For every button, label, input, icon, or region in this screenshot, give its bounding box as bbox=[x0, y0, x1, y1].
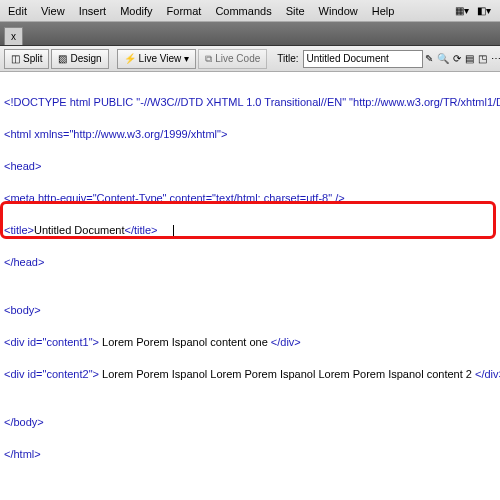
menu-edit[interactable]: Edit bbox=[8, 5, 27, 17]
code-l4b: "Content-Type" bbox=[93, 192, 167, 204]
liveview-button[interactable]: ⚡ Live View ▾ bbox=[117, 49, 197, 69]
clipboard-icon[interactable]: ▤ bbox=[464, 49, 475, 69]
chevron-down-icon: ▾ bbox=[184, 53, 189, 64]
code-editor[interactable]: <!DOCTYPE html PUBLIC "-//W3C//DTD XHTML… bbox=[0, 72, 500, 500]
design-label: Design bbox=[70, 53, 101, 64]
menu-help[interactable]: Help bbox=[372, 5, 395, 17]
title-input[interactable] bbox=[303, 50, 423, 68]
code-l9a: <div id= bbox=[4, 336, 43, 348]
refresh-icon[interactable]: ⟳ bbox=[452, 49, 462, 69]
code-l9d: Lorem Porem Ispanol content one bbox=[99, 336, 271, 348]
design-icon: ▧ bbox=[58, 53, 67, 64]
document-tab[interactable]: x bbox=[4, 27, 23, 45]
code-l12: </body> bbox=[4, 416, 44, 428]
code-l2a: <html xmlns= bbox=[4, 128, 69, 140]
workspace-icon[interactable]: ◧▾ bbox=[476, 3, 492, 19]
liveview-label: Live View bbox=[139, 53, 182, 64]
code-l5a: <title> bbox=[4, 224, 34, 236]
text-cursor bbox=[173, 225, 174, 238]
livecode-icon: ⧉ bbox=[205, 53, 212, 65]
code-l10e: </div> bbox=[475, 368, 500, 380]
code-l9e: </div> bbox=[271, 336, 301, 348]
code-l8: <body> bbox=[4, 304, 41, 316]
layout-icon[interactable]: ▦▾ bbox=[454, 3, 470, 19]
menubar-icons: ▦▾ ◧▾ bbox=[454, 3, 492, 19]
code-l4c: content= bbox=[167, 192, 213, 204]
code-l4d: "text/html; charset=utf-8" bbox=[212, 192, 332, 204]
menu-window[interactable]: Window bbox=[319, 5, 358, 17]
menu-insert[interactable]: Insert bbox=[79, 5, 107, 17]
liveview-icon: ⚡ bbox=[124, 53, 136, 64]
menu-commands[interactable]: Commands bbox=[215, 5, 271, 17]
code-l5c: </title> bbox=[124, 224, 157, 236]
code-l2c: > bbox=[221, 128, 227, 140]
menubar: Edit View Insert Modify Format Commands … bbox=[0, 0, 500, 22]
split-icon: ◫ bbox=[11, 53, 20, 64]
code-l10b: "content2" bbox=[43, 368, 93, 380]
menu-view[interactable]: View bbox=[41, 5, 65, 17]
code-l6: </head> bbox=[4, 256, 44, 268]
code-l10d: Lorem Porem Ispanol Lorem Porem Ispanol … bbox=[99, 368, 475, 380]
browse-icon[interactable]: ◳ bbox=[477, 49, 488, 69]
design-button[interactable]: ▧ Design bbox=[51, 49, 108, 69]
code-l13: </html> bbox=[4, 448, 41, 460]
code-l3: <head> bbox=[4, 160, 41, 172]
check-icon[interactable]: ⋯ bbox=[490, 49, 500, 69]
title-label: Title: bbox=[277, 53, 298, 64]
livecode-button[interactable]: ⧉ Live Code bbox=[198, 49, 267, 69]
split-label: Split bbox=[23, 53, 42, 64]
menu-site[interactable]: Site bbox=[286, 5, 305, 17]
code-l4e: /> bbox=[332, 192, 345, 204]
split-button[interactable]: ◫ Split bbox=[4, 49, 49, 69]
livecode-label: Live Code bbox=[215, 53, 260, 64]
code-l10a: <div id= bbox=[4, 368, 43, 380]
code-l5b: Untitled Document bbox=[34, 224, 125, 236]
code-l9b: "content1" bbox=[43, 336, 93, 348]
code-l4a: <meta http-equiv= bbox=[4, 192, 93, 204]
tab-label: x bbox=[11, 31, 16, 42]
menu-modify[interactable]: Modify bbox=[120, 5, 152, 17]
document-toolbar: ◫ Split ▧ Design ⚡ Live View ▾ ⧉ Live Co… bbox=[0, 46, 500, 72]
code-l2b: "http://www.w3.org/1999/xhtml" bbox=[69, 128, 221, 140]
search-icon[interactable]: 🔍 bbox=[436, 49, 450, 69]
tab-bar: x bbox=[0, 22, 500, 46]
menu-format[interactable]: Format bbox=[167, 5, 202, 17]
wand-icon[interactable]: ✎ bbox=[424, 49, 434, 69]
code-line-1: <!DOCTYPE html PUBLIC "-//W3C//DTD XHTML… bbox=[4, 96, 500, 108]
